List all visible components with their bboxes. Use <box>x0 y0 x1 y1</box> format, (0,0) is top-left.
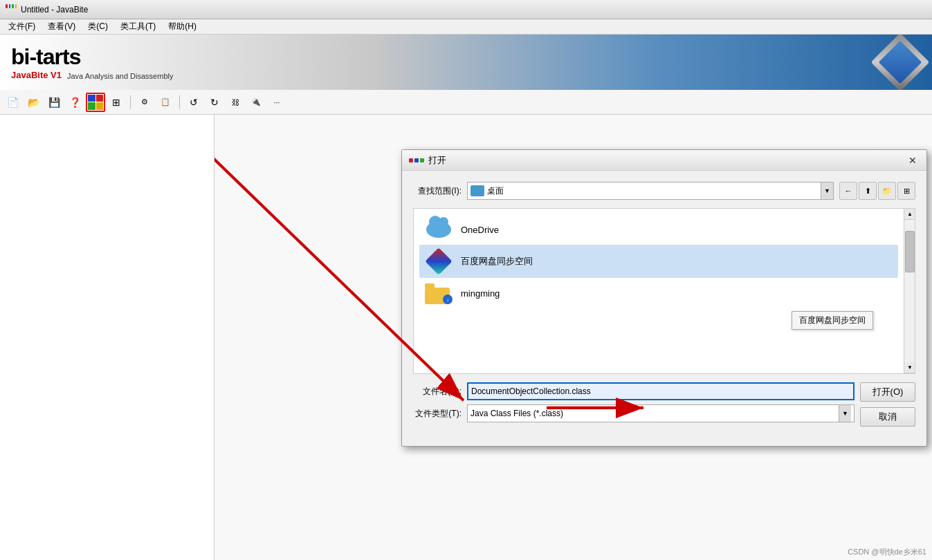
folder-label: mingming <box>461 288 500 299</box>
dialog-title-text: 打开 <box>428 154 446 167</box>
app-logo-diamond <box>879 41 921 83</box>
right-panel: 打开 ✕ 查找范围(I): 桌面 ▼ ← <box>214 115 932 560</box>
forward-button[interactable]: ↻ <box>205 93 224 112</box>
toolbar-separator-2 <box>179 95 180 109</box>
filename-left: 文件名(N): 文件类型(T): Java Class Files (*.cla… <box>413 382 855 431</box>
back-icon: ↺ <box>190 97 198 108</box>
plug-icon: 🔌 <box>251 97 261 106</box>
folder-badge: ↓ <box>443 295 453 304</box>
nav-back-button[interactable]: ← <box>839 182 857 200</box>
dialog-body: 查找范围(I): 桌面 ▼ ← ⬆ 📁 ⊞ <box>402 171 926 446</box>
grid-icon: ⊞ <box>112 97 120 108</box>
menu-view[interactable]: 查看(V) <box>42 19 81 34</box>
disassemble-icon: 📋 <box>161 97 170 106</box>
forward-icon: ↻ <box>210 97 219 108</box>
decompile-icon: ⚙ <box>141 97 148 106</box>
open-file-icon: 📂 <box>28 97 39 108</box>
chain-icon: ⛓ <box>232 98 239 106</box>
grid-button[interactable]: ⊞ <box>107 93 126 112</box>
decompile-button[interactable]: ⚙ <box>135 93 154 112</box>
file-item-onedrive[interactable]: OneDrive <box>419 214 898 245</box>
filetype-row: 文件类型(T): Java Class Files (*.class) ▼ <box>413 404 855 422</box>
dialog-buttons: 打开(O) 取消 <box>860 382 915 427</box>
menu-file[interactable]: 文件(F) <box>3 19 41 34</box>
location-row: 查找范围(I): 桌面 ▼ ← ⬆ 📁 ⊞ <box>413 182 915 200</box>
scrollbar-down-button[interactable]: ▼ <box>904 362 915 373</box>
help-button[interactable]: ❓ <box>65 93 84 112</box>
filename-input[interactable] <box>467 382 855 400</box>
nav-new-folder-button[interactable]: 📁 <box>878 182 896 200</box>
app-icon <box>6 4 17 15</box>
nav-up-button[interactable]: ⬆ <box>859 182 877 200</box>
open-dialog: 打开 ✕ 查找范围(I): 桌面 ▼ ← <box>401 149 927 447</box>
logo-area: bi-tarts JavaBite V1 Java Analysis and D… <box>11 44 173 80</box>
dialog-title-left: 打开 <box>409 154 446 167</box>
toolbar: 📄 📂 💾 ❓ ⊞ ⚙ 📋 ↺ ↻ ⛓ 🔌 ··· <box>0 90 932 115</box>
baidu-icon <box>425 249 453 274</box>
app-subtitle: Java Analysis and Disassembly <box>67 72 173 80</box>
menu-help[interactable]: 帮助(H) <box>163 19 202 34</box>
location-folder-icon <box>470 185 484 196</box>
location-combo-arrow[interactable]: ▼ <box>821 183 833 199</box>
chain-button[interactable]: ⛓ <box>226 93 245 112</box>
filetype-value: Java Class Files (*.class) <box>470 409 563 418</box>
csdn-watermark: CSDN @明快de乡米61 <box>848 547 926 557</box>
toolbar-separator-1 <box>130 95 131 109</box>
help-icon: ❓ <box>69 97 81 108</box>
onedrive-icon <box>425 218 453 241</box>
add-class-button[interactable] <box>86 93 105 112</box>
new-file-button[interactable]: 📄 <box>3 93 22 112</box>
menu-bar: 文件(F) 查看(V) 类(C) 类工具(T) 帮助(H) <box>0 19 932 35</box>
title-bar: Untitled - JavaBite <box>0 0 932 19</box>
app-version: JavaBite V1 <box>11 70 62 80</box>
folder-icon: ↓ <box>425 282 453 304</box>
location-value: 桌面 <box>487 185 818 197</box>
filename-row: 文件名(N): <box>413 382 855 400</box>
open-button[interactable]: 打开(O) <box>860 382 915 402</box>
filetype-combo-arrow[interactable]: ▼ <box>839 405 851 422</box>
new-file-icon: 📄 <box>7 97 19 108</box>
open-file-button[interactable]: 📂 <box>24 93 43 112</box>
dialog-close-button[interactable]: ✕ <box>906 153 920 167</box>
app-title: bi-tarts <box>11 44 173 70</box>
filetype-combo[interactable]: Java Class Files (*.class) ▼ <box>467 404 855 422</box>
more-icon: ··· <box>273 98 280 106</box>
filename-label: 文件名(N): <box>413 386 462 398</box>
file-items: OneDrive 百度网盘同步空间 <box>414 209 915 314</box>
dialog-icon <box>409 158 424 162</box>
file-item-baidu[interactable]: 百度网盘同步空间 <box>419 245 898 278</box>
plug-button[interactable]: 🔌 <box>246 93 266 112</box>
baidu-label: 百度网盘同步空间 <box>461 255 533 268</box>
file-list-area: OneDrive 百度网盘同步空间 <box>413 208 915 374</box>
scrollbar-thumb[interactable] <box>905 231 915 272</box>
filetype-label: 文件类型(T): <box>413 408 462 420</box>
location-combo[interactable]: 桌面 ▼ <box>467 182 834 200</box>
file-list-scrollbar[interactable]: ▲ ▼ <box>904 209 915 373</box>
disassemble-button[interactable]: 📋 <box>156 93 175 112</box>
baidu-tooltip: 百度网盘同步空间 <box>792 311 873 330</box>
scrollbar-up-button[interactable]: ▲ <box>904 209 915 220</box>
window-title: Untitled - JavaBite <box>21 5 88 15</box>
location-label: 查找范围(I): <box>413 185 462 197</box>
menu-class[interactable]: 类(C) <box>82 19 113 34</box>
more-button[interactable]: ··· <box>267 93 286 112</box>
app-header: bi-tarts JavaBite V1 Java Analysis and D… <box>0 35 932 90</box>
add-class-icon <box>88 95 103 110</box>
filename-section: 文件名(N): 文件类型(T): Java Class Files (*.cla… <box>413 382 915 431</box>
back-button[interactable]: ↺ <box>184 93 203 112</box>
onedrive-label: OneDrive <box>461 225 499 235</box>
left-panel <box>0 115 214 560</box>
cancel-button[interactable]: 取消 <box>860 407 915 427</box>
save-file-button[interactable]: 💾 <box>44 93 64 112</box>
dialog-title-bar: 打开 ✕ <box>402 150 926 171</box>
location-toolbar-icons: ← ⬆ 📁 ⊞ <box>839 182 915 200</box>
file-item-mingming[interactable]: ↓ mingming <box>419 278 898 308</box>
save-file-icon: 💾 <box>48 97 60 108</box>
menu-class-tools[interactable]: 类工具(T) <box>115 19 161 34</box>
nav-view-button[interactable]: ⊞ <box>897 182 915 200</box>
main-area: 打开 ✕ 查找范围(I): 桌面 ▼ ← <box>0 115 932 560</box>
